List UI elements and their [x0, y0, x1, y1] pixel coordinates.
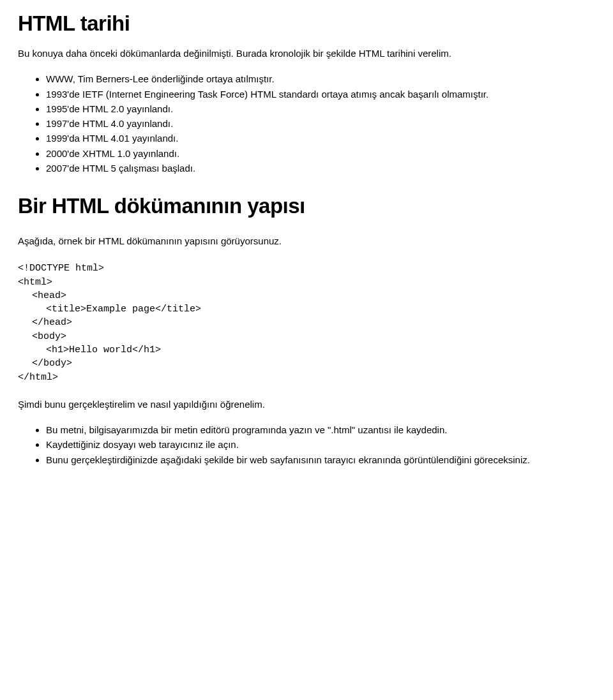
list-item: Bunu gerçekleştirdiğinizde aşağıdaki şek…: [46, 454, 595, 466]
list-item: 1995'de HTML 2.0 yayınlandı.: [46, 103, 595, 115]
list-item: WWW, Tim Berners-Lee önderliğinde ortaya…: [46, 73, 595, 86]
code-line: </body>: [18, 357, 595, 370]
followup-paragraph: Şimdi bunu gerçekleştirelim ve nasıl yap…: [18, 398, 595, 411]
code-line: <body>: [18, 330, 595, 343]
code-example: <!DOCTYPE html> <html> <head><title>Exam…: [18, 262, 595, 384]
heading-html-dokuman-yapisi: Bir HTML dökümanının yapısı: [18, 194, 595, 218]
code-line: <title>Example page</title>: [18, 302, 595, 316]
list-item: 1993'de IETF (Internet Engineering Task …: [46, 88, 595, 101]
code-line: <!DOCTYPE html>: [18, 263, 104, 274]
list-item: 2000'de XHTML 1.0 yayınlandı.: [46, 147, 595, 160]
code-line: </html>: [18, 372, 58, 383]
list-item: 1997'de HTML 4.0 yayınlandı.: [46, 117, 595, 130]
code-line: <head>: [18, 289, 595, 302]
list-item: Kaydettiğiniz dosyayı web tarayıcınız il…: [46, 438, 595, 451]
steps-list: Bu metni, bilgisayarımızda bir metin edi…: [18, 424, 595, 466]
code-line: </head>: [18, 316, 595, 329]
list-item: Bu metni, bilgisayarımızda bir metin edi…: [46, 424, 595, 436]
intro-paragraph-2: Aşağıda, örnek bir HTML dökümanının yapı…: [18, 235, 595, 248]
intro-paragraph-1: Bu konuya daha önceki dökümanlarda değin…: [18, 47, 595, 60]
heading-html-tarihi: HTML tarihi: [18, 11, 595, 36]
history-list: WWW, Tim Berners-Lee önderliğinde ortaya…: [18, 73, 595, 175]
code-line: <h1>Hello world</h1>: [18, 343, 595, 357]
code-line: <html>: [18, 277, 52, 288]
list-item: 2007'de HTML 5 çalışması başladı.: [46, 162, 595, 175]
list-item: 1999'da HTML 4.01 yayınlandı.: [46, 132, 595, 145]
